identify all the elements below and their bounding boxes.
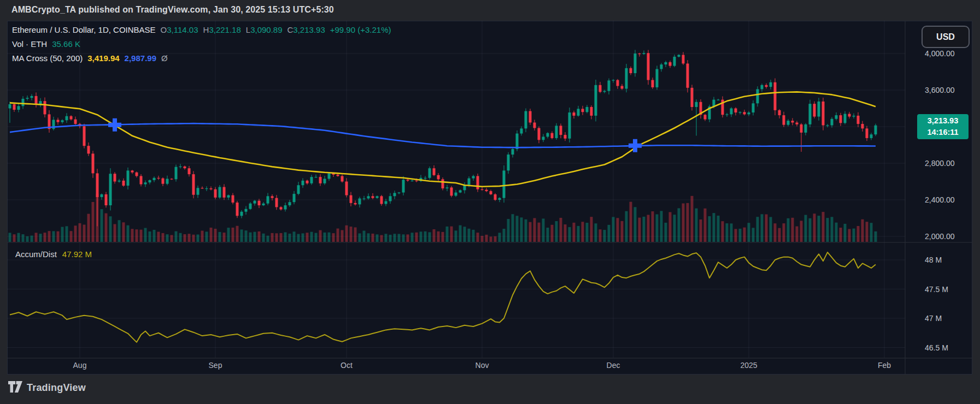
ma-cross-symbol: Ø <box>161 54 168 63</box>
symbol-legend-row[interactable]: Ethereum / U.S. Dollar, 1D, COINBASE O3,… <box>12 25 391 34</box>
ma-cross-label: MA Cross (50, 200) <box>12 54 83 63</box>
price-axis-label: 2,400.00 <box>925 195 955 205</box>
accum-dist-value: 47.92 M <box>62 249 92 259</box>
tradingview-brand-link[interactable]: TradingView <box>8 381 86 395</box>
accum-dist-axis-label: 47.5 M <box>925 284 948 294</box>
ma200-value: 2,987.99 <box>125 54 156 63</box>
time-axis-label: Oct <box>330 361 363 370</box>
price-axis-label: 3,600.00 <box>925 85 955 95</box>
time-axis-label: Aug <box>63 361 96 370</box>
tradingview-published-chart: AMBCrypto_TA published on TradingView.co… <box>0 0 980 404</box>
chart-legend: Ethereum / U.S. Dollar, 1D, COINBASE O3,… <box>12 25 391 68</box>
volume-label: Vol · ETH <box>12 39 47 49</box>
ohlc-low: L3,090.89 <box>246 25 283 34</box>
ohlc-close: C3,213.93 <box>287 25 325 34</box>
ohlc-open: O3,114.03 <box>161 25 198 34</box>
time-axis-label: 2025 <box>732 361 765 370</box>
accum-dist-label: Accum/Dist <box>15 249 57 259</box>
time-axis-label: Feb <box>868 361 901 370</box>
price-change: +99.90 (+3.21%) <box>330 25 391 34</box>
time-axis[interactable] <box>7 358 905 375</box>
price-axis-label: 2,800.00 <box>925 158 955 168</box>
ma-cross-legend-row[interactable]: MA Cross (50, 200) 3,419.94 2,987.99 Ø <box>12 54 391 63</box>
tradingview-logo-text: TradingView <box>27 382 86 394</box>
last-price-badge: 3,213.93 14:16:11 <box>917 114 969 139</box>
price-axis[interactable] <box>905 21 972 358</box>
accum-dist-legend-row[interactable]: Accum/Dist 47.92 M <box>15 249 92 259</box>
last-price-value: 3,213.93 <box>928 115 958 127</box>
footer-bar: TradingView <box>0 375 980 404</box>
accum-dist-axis-label: 46.5 M <box>925 343 948 353</box>
bar-countdown: 14:16:11 <box>927 127 958 138</box>
accum-dist-axis-label: 47 M <box>925 313 942 323</box>
volume-legend-row[interactable]: Vol · ETH 35.66 K <box>12 39 391 49</box>
time-axis-label: Nov <box>466 361 498 370</box>
accum-dist-axis-label: 48 M <box>925 255 942 265</box>
ohlc-high: H3,221.18 <box>203 25 241 34</box>
time-axis-label: Sep <box>199 361 232 370</box>
price-axis-label: 2,000.00 <box>925 231 955 241</box>
price-axis-label: 4,000.00 <box>925 49 955 58</box>
tradingview-logo-icon <box>8 381 23 395</box>
ma50-value: 3,419.94 <box>87 54 119 63</box>
symbol-title: Ethereum / U.S. Dollar, 1D, COINBASE <box>12 25 156 34</box>
volume-value: 35.66 K <box>52 39 80 49</box>
time-axis-label: Dec <box>597 361 630 370</box>
